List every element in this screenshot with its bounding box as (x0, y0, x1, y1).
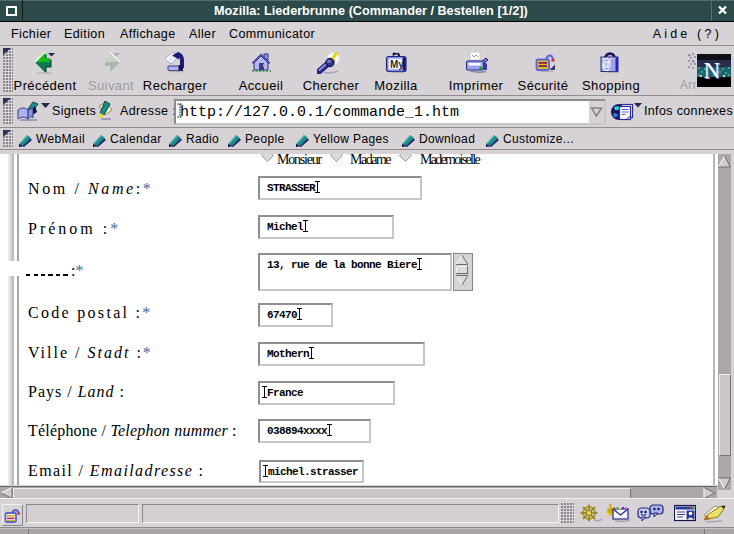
svg-text:My: My (390, 59, 404, 70)
svg-text:@: @ (602, 57, 611, 73)
svg-text:N: N (704, 58, 721, 83)
